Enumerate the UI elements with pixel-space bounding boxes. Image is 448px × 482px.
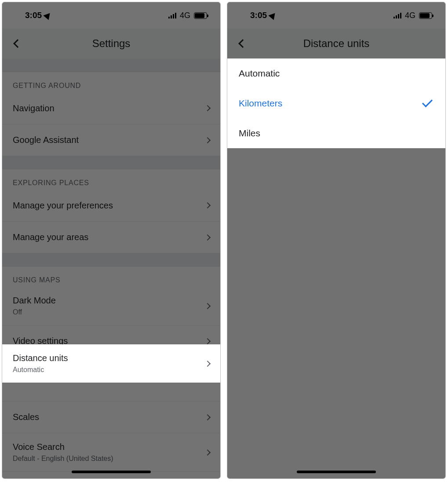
page-title: Settings (92, 37, 131, 50)
chevron-right-icon (204, 338, 211, 344)
option-miles[interactable]: Miles (227, 118, 445, 148)
chevron-right-icon (204, 137, 211, 143)
location-arrow-icon (43, 11, 52, 20)
location-arrow-icon (268, 11, 277, 20)
row-sublabel: Off (13, 308, 56, 316)
nav-header-settings: Settings (2, 29, 220, 58)
row-label: Distance units (13, 353, 68, 363)
row-google-assistant[interactable]: Google Assistant (2, 124, 220, 156)
chevron-right-icon (204, 303, 211, 309)
row-label: Dark Mode (13, 296, 56, 306)
chevron-right-icon (204, 105, 211, 111)
chevron-right-icon (204, 202, 211, 208)
chevron-left-icon (13, 39, 22, 48)
chevron-right-icon (204, 234, 211, 240)
phone-distance-units: 3:05 4G Distance units Automatic Kilo (227, 2, 446, 479)
chevron-right-icon (204, 360, 211, 366)
chevron-right-icon (204, 414, 211, 420)
chevron-left-icon (238, 39, 247, 48)
row-distance-units[interactable]: Distance units Automatic (2, 344, 220, 383)
row-scales[interactable]: Scales (2, 401, 220, 433)
chevron-right-icon (204, 449, 211, 455)
home-indicator[interactable] (297, 471, 376, 473)
option-label: Kilometers (239, 98, 282, 109)
battery-icon (419, 12, 432, 19)
option-automatic[interactable]: Automatic (227, 58, 445, 88)
options-panel: Automatic Kilometers Miles (227, 58, 445, 148)
row-sublabel: Default - English (United States) (13, 455, 113, 463)
network-label: 4G (405, 11, 415, 20)
row-sublabel: Automatic (13, 366, 68, 374)
row-label: Google Assistant (13, 135, 79, 145)
row-label: Manage your preferences (13, 201, 113, 211)
empty-area (227, 148, 445, 478)
section-header-exploring-places: EXPLORING PLACES (2, 169, 220, 190)
status-time: 3:05 (25, 11, 42, 20)
nav-header-distance-units: Distance units (227, 29, 445, 58)
battery-icon (194, 12, 207, 19)
signal-icon (393, 12, 401, 18)
back-button[interactable] (11, 37, 24, 50)
row-voice-search[interactable]: Voice Search Default - English (United S… (2, 433, 220, 471)
section-header-getting-around: GETTING AROUND (2, 72, 220, 92)
status-bar: 3:05 4G (2, 2, 220, 29)
option-kilometers[interactable]: Kilometers (227, 88, 445, 118)
status-bar: 3:05 4G (227, 2, 445, 29)
check-icon (422, 97, 433, 107)
network-label: 4G (180, 11, 190, 20)
section-header-using-maps: USING MAPS (2, 266, 220, 287)
home-indicator[interactable] (72, 471, 151, 473)
row-label: Navigation (13, 103, 55, 113)
row-label: Manage your areas (13, 232, 88, 242)
option-label: Miles (239, 128, 260, 139)
row-label: Scales (13, 412, 39, 422)
row-manage-preferences[interactable]: Manage your preferences (2, 190, 220, 221)
row-dark-mode[interactable]: Dark Mode Off (2, 287, 220, 325)
page-title: Distance units (303, 37, 370, 50)
signal-icon (168, 12, 176, 18)
status-time: 3:05 (250, 11, 267, 20)
row-label: Voice Search (13, 442, 113, 452)
row-manage-areas[interactable]: Manage your areas (2, 221, 220, 253)
option-label: Automatic (239, 68, 280, 79)
back-button[interactable] (236, 37, 249, 50)
phone-settings: 3:05 4G Settings GETTING AROUND Navigati… (2, 2, 221, 479)
row-navigation[interactable]: Navigation (2, 92, 220, 124)
